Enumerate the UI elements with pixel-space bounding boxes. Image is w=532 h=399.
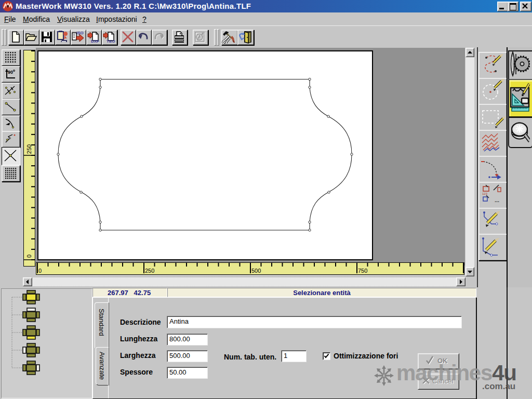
svg-text:250: 250	[145, 268, 154, 274]
svg-text:0: 0	[38, 268, 42, 274]
svg-text:90: 90	[8, 70, 13, 75]
svg-text:DXF: DXF	[91, 39, 99, 44]
svg-text:750: 750	[358, 268, 367, 274]
svg-text:250: 250	[26, 144, 32, 154]
svg-text:TEO: TEO	[107, 39, 115, 44]
svg-text:123: 123	[482, 192, 488, 195]
svg-text:...: ...	[495, 197, 499, 203]
svg-text:500: 500	[251, 268, 261, 274]
svg-text:0: 0	[26, 255, 32, 258]
